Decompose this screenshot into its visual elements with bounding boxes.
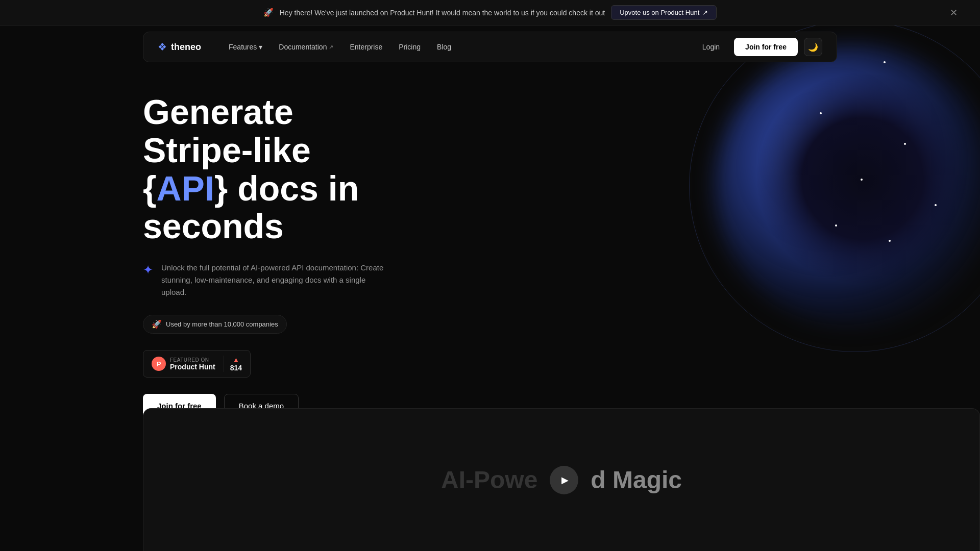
close-icon: ✕ (950, 8, 958, 18)
hero-title-line1: Generate Stripe-like (143, 92, 311, 169)
announcement-text: Hey there! We've just launched on Produc… (280, 9, 605, 17)
nav-enterprise[interactable]: Enterprise (342, 39, 389, 55)
join-free-button-nav[interactable]: Join for free (734, 38, 798, 56)
nav-pricing[interactable]: Pricing (391, 39, 428, 55)
orb-glow (715, 46, 980, 327)
star-decoration-0 (820, 112, 822, 114)
star-decoration-4 (935, 204, 937, 206)
plus-icon: ✦ (143, 263, 153, 277)
product-hunt-badge[interactable]: P FEATURED ON Product Hunt ▲ 814 (143, 350, 251, 378)
star-decoration-3 (861, 179, 863, 181)
announcement-content: 🚀 Hey there! We've just launched on Prod… (20, 5, 960, 20)
rocket-icon: 🚀 (152, 319, 162, 329)
orb-inner (755, 71, 970, 286)
video-text-right: d Magic (591, 466, 682, 494)
logo[interactable]: ❖ theneo (158, 41, 201, 53)
star-decoration-5 (889, 240, 891, 242)
companies-text: Used by more than 10,000 companies (166, 320, 278, 328)
hero-description-block: ✦ Unlock the full potential of AI-powere… (143, 262, 388, 298)
navbar: ❖ theneo Features ▾ Documentation ↗ Ente… (143, 32, 837, 62)
external-link-icon: ↗ (702, 9, 708, 16)
upvote-arrow-icon: ▲ (232, 356, 239, 364)
nav-blog[interactable]: Blog (430, 39, 458, 55)
hero-title-line2: {API} docs in seconds (143, 169, 359, 246)
hero-description: Unlock the full potential of AI-powered … (161, 262, 388, 298)
rocket-emoji: 🚀 (263, 8, 274, 17)
upvote-label: Upvote us on Product Hunt (620, 9, 699, 16)
login-button[interactable]: Login (694, 39, 728, 55)
orb-decoration (623, 20, 980, 378)
upvote-button[interactable]: Upvote us on Product Hunt ↗ (611, 5, 717, 20)
api-tag: API (156, 169, 214, 208)
play-button[interactable]: ▶ (550, 466, 578, 494)
nav-documentation[interactable]: Documentation ↗ (272, 39, 340, 55)
logo-icon: ❖ (158, 41, 167, 53)
star-decoration-2 (904, 143, 906, 145)
ph-featured-label: FEATURED ON (170, 357, 215, 363)
video-text-left: AI-Powe (441, 466, 537, 494)
product-hunt-votes: ▲ 814 (224, 356, 242, 372)
hero-title: Generate Stripe-like {API} docs in secon… (143, 93, 408, 245)
play-icon: ▶ (561, 474, 569, 486)
star-decoration-1 (884, 61, 886, 63)
video-title: AI-Powe ▶ d Magic (441, 466, 682, 494)
close-announcement-button[interactable]: ✕ (948, 5, 960, 20)
chevron-down-icon: ▾ (259, 43, 262, 51)
companies-badge: 🚀 Used by more than 10,000 companies (143, 315, 287, 334)
vote-count: 814 (230, 364, 242, 372)
theme-toggle-button[interactable]: 🌙 (804, 38, 822, 56)
logo-text: theneo (171, 42, 201, 53)
nav-actions: Login Join for free 🌙 (694, 38, 822, 56)
nav-links: Features ▾ Documentation ↗ Enterprise Pr… (222, 39, 694, 55)
hero-section: Generate Stripe-like {API} docs in secon… (0, 62, 408, 418)
nav-features[interactable]: Features ▾ (222, 39, 270, 55)
product-hunt-logo: P (152, 357, 166, 371)
moon-icon: 🌙 (808, 42, 818, 52)
star-decoration-6 (835, 224, 837, 227)
ph-name-label: Product Hunt (170, 363, 215, 371)
product-hunt-text: FEATURED ON Product Hunt (170, 357, 215, 371)
external-icon: ↗ (329, 44, 333, 51)
announcement-bar: 🚀 Hey there! We've just launched on Prod… (0, 0, 980, 26)
orb-outer-ring (689, 20, 980, 352)
video-section: AI-Powe ▶ d Magic (143, 408, 980, 551)
